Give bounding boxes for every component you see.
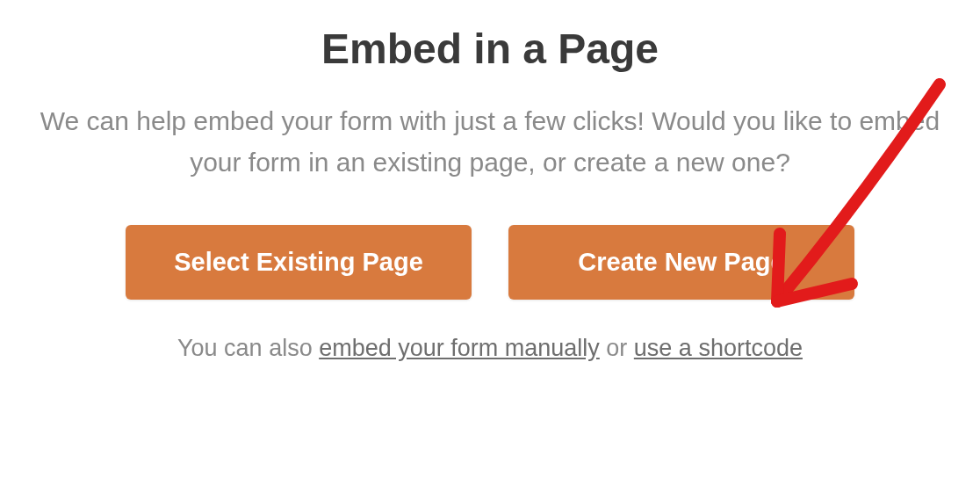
create-new-page-button[interactable]: Create New Page [508, 225, 854, 300]
use-shortcode-link[interactable]: use a shortcode [634, 335, 803, 361]
footer-prefix: You can also [177, 335, 319, 361]
embed-manually-link[interactable]: embed your form manually [319, 335, 600, 361]
dialog-description: We can help embed your form with just a … [25, 101, 955, 183]
footer-text: You can also embed your form manually or… [177, 335, 803, 362]
footer-conjunction: or [600, 335, 634, 361]
button-row: Select Existing Page Create New Page [126, 225, 854, 300]
dialog-title: Embed in a Page [321, 25, 659, 73]
select-existing-page-button[interactable]: Select Existing Page [126, 225, 472, 300]
